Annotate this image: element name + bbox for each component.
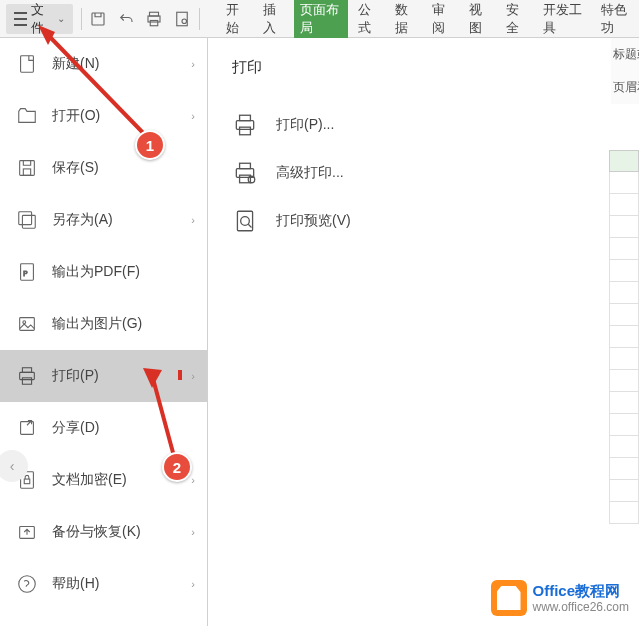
tab-start[interactable]: 开始 [220, 0, 253, 41]
menu-options[interactable]: 选项(L) [0, 610, 207, 626]
ribbon-tabs: 开始 插入 页面布局 公式 数据 审阅 视图 安全 开发工具 特色功 [220, 0, 639, 41]
folder-open-icon [16, 105, 38, 127]
chevron-right-icon: › [191, 370, 195, 382]
file-menu-button[interactable]: 文件 ⌄ [6, 4, 73, 34]
menu-label: 文档加密(E) [52, 471, 127, 489]
svg-rect-17 [22, 378, 31, 384]
menu-encrypt[interactable]: 文档加密(E) › [0, 454, 207, 506]
save-quick-icon[interactable] [89, 10, 107, 28]
quick-access-toolbar [89, 10, 191, 28]
menu-label: 新建(N) [52, 55, 99, 73]
preview-quick-icon[interactable] [173, 10, 191, 28]
menu-label: 打印(P) [52, 367, 99, 385]
svg-rect-7 [20, 161, 35, 176]
svg-rect-27 [240, 163, 251, 168]
menu-label: 打开(O) [52, 107, 100, 125]
svg-rect-6 [21, 56, 34, 73]
tab-pagelayout[interactable]: 页面布局 [294, 0, 348, 41]
tab-special[interactable]: 特色功 [595, 0, 639, 41]
svg-rect-8 [23, 169, 30, 175]
svg-point-32 [241, 217, 250, 226]
menu-pdf[interactable]: P 输出为PDF(F) [0, 246, 207, 298]
svg-rect-10 [22, 215, 35, 228]
chevron-right-icon: › [191, 578, 195, 590]
file-menu-sidebar: 新建(N) › 打开(O) › 保存(S) 另存为(A) › P 输出为PDF(… [0, 38, 208, 626]
sub-label: 打印(P)... [276, 116, 334, 134]
file-new-icon [16, 53, 38, 75]
pdf-icon: P [16, 261, 38, 283]
tab-view[interactable]: 视图 [463, 0, 496, 41]
svg-rect-13 [20, 318, 35, 331]
spreadsheet-peek [609, 150, 639, 566]
print-preview-icon [232, 208, 258, 234]
svg-rect-31 [237, 211, 252, 231]
watermark-title: Office教程网 [533, 582, 630, 600]
share-icon [16, 417, 38, 439]
menu-label: 分享(D) [52, 419, 99, 437]
chevron-right-icon: › [191, 110, 195, 122]
sub-advanced-print[interactable]: 高级打印... [232, 149, 615, 197]
hamburger-icon [14, 12, 27, 26]
chevron-down-icon: ⌄ [57, 13, 65, 24]
menu-label: 帮助(H) [52, 575, 99, 593]
tab-devtools[interactable]: 开发工具 [537, 0, 591, 41]
menu-print[interactable]: 打印(P) › [0, 350, 207, 402]
print-submenu: 打印 打印(P)... 高级打印... 打印预览(V) [208, 38, 639, 626]
menu-share[interactable]: 分享(D) [0, 402, 207, 454]
grid-row [609, 172, 639, 194]
peek-text: 页眉和 [611, 71, 639, 104]
watermark: Office教程网 www.office26.com [491, 580, 630, 616]
print-icon [16, 365, 38, 387]
menu-label: 输出为图片(G) [52, 315, 142, 333]
submenu-title: 打印 [232, 58, 615, 77]
print-advanced-icon [232, 160, 258, 186]
save-as-icon [16, 209, 38, 231]
menu-saveas[interactable]: 另存为(A) › [0, 194, 207, 246]
menu-new[interactable]: 新建(N) › [0, 38, 207, 90]
print-quick-icon[interactable] [145, 10, 163, 28]
watermark-logo-icon [491, 580, 527, 616]
menu-label: 保存(S) [52, 159, 99, 177]
print-icon [232, 112, 258, 138]
menu-help[interactable]: 帮助(H) › [0, 558, 207, 610]
chevron-right-icon: › [191, 214, 195, 226]
help-icon [16, 573, 38, 595]
tab-insert[interactable]: 插入 [257, 0, 290, 41]
chevron-right-icon: › [191, 526, 195, 538]
tab-security[interactable]: 安全 [500, 0, 533, 41]
tab-review[interactable]: 审阅 [426, 0, 459, 41]
svg-text:P: P [23, 270, 27, 277]
menu-backup[interactable]: 备份与恢复(K) › [0, 506, 207, 558]
divider [81, 8, 82, 30]
sub-print-preview[interactable]: 打印预览(V) [232, 197, 615, 245]
image-export-icon [16, 313, 38, 335]
svg-rect-24 [240, 115, 251, 120]
svg-rect-15 [22, 368, 31, 373]
menu-image[interactable]: 输出为图片(G) [0, 298, 207, 350]
svg-point-5 [182, 19, 187, 24]
menu-save[interactable]: 保存(S) [0, 142, 207, 194]
watermark-url: www.office26.com [533, 600, 630, 614]
sub-label: 高级打印... [276, 164, 344, 182]
menu-label: 另存为(A) [52, 211, 113, 229]
svg-rect-20 [24, 479, 30, 484]
file-label: 文件 [31, 1, 52, 37]
menu-label: 输出为PDF(F) [52, 263, 140, 281]
tab-data[interactable]: 数据 [389, 0, 422, 41]
menu-label: 备份与恢复(K) [52, 523, 141, 541]
svg-point-14 [23, 321, 26, 324]
sub-print[interactable]: 打印(P)... [232, 101, 615, 149]
tab-formula[interactable]: 公式 [352, 0, 385, 41]
ribbon-peek: 标题或 页眉和 [611, 38, 639, 104]
svg-rect-26 [240, 127, 251, 135]
svg-rect-9 [19, 212, 32, 225]
undo-icon[interactable] [117, 10, 135, 28]
menu-open[interactable]: 打开(O) › [0, 90, 207, 142]
top-toolbar: 文件 ⌄ 开始 插入 页面布局 公式 数据 审阅 视图 安全 开发工具 特色功 [0, 0, 639, 38]
svg-rect-0 [92, 13, 104, 25]
save-icon [16, 157, 38, 179]
chevron-right-icon: › [191, 474, 195, 486]
chevron-right-icon: › [191, 58, 195, 70]
peek-text: 标题或 [611, 38, 639, 71]
grid-header [609, 150, 639, 172]
